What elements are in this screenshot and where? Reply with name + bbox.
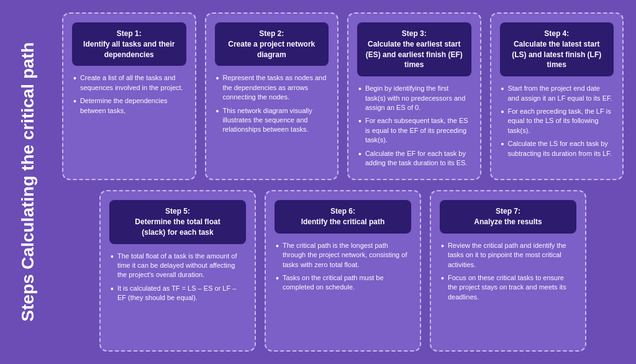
bullet-text: The critical path is the longest path th… [283,241,410,270]
card-step2: Step 2: Create a project network diagram… [205,12,339,180]
bullet-text: It is calculated as TF = LS – ES or LF –… [117,284,245,303]
card-header-step2: Step 2: Create a project network diagram [215,22,329,66]
bullet-text: Create a list of all the tasks and seque… [80,73,185,93]
card-header-step7: Step 7: Analyze the results [440,200,576,234]
bullet-dot: • [501,84,504,94]
bullet-item: •It is calculated as TF = LS – ES or LF … [111,284,245,303]
main-content: Step 1: Identify all tasks and their dep… [56,0,636,364]
bullet-text: Review the critical path and identify th… [448,241,575,270]
bullet-item: •Focus on these critical tasks to ensure… [441,273,575,302]
bullet-text: Calculate the LS for each task by subtra… [507,139,612,158]
bullet-item: •This network diagram visually illustrat… [216,106,328,135]
bullet-dot: • [111,252,114,262]
bullet-text: Determine the dependencies between tasks… [80,96,185,116]
bullet-text: For each preceding task, the LF is equal… [507,107,612,135]
bullet-dot: • [501,107,504,117]
sidebar-title: Steps Calculating the critical path [19,42,38,322]
card-step1: Step 1: Identify all tasks and their dep… [62,12,196,180]
card-header-step3: Step 3: Calculate the earliest start (ES… [357,22,471,76]
bullet-item: •The total float of a task is the amount… [111,252,245,280]
bullet-text: Represent the tasks as nodes and the dep… [222,73,327,102]
bullet-dot: • [276,273,279,284]
bullet-dot: • [216,73,219,84]
bullet-text: This network diagram visually illustrate… [222,106,327,135]
bullet-item: •Review the critical path and identify t… [441,241,575,270]
bullet-item: •The critical path is the longest path t… [276,241,410,270]
bullet-dot: • [441,273,444,284]
bullet-item: •Begin by identifying the first task(s) … [358,84,470,112]
bullet-item: •Calculate the LS for each task by subtr… [501,139,613,158]
card-step3: Step 3: Calculate the earliest start (ES… [347,12,481,180]
bullet-dot: • [358,84,361,94]
card-body-step1: •Create a list of all the tasks and sequ… [72,71,186,118]
bullet-text: Begin by identifying the first task(s) w… [365,84,470,112]
card-header-step6: Step 6: Identify the critical path [275,200,411,234]
sidebar: Steps Calculating the critical path [0,0,56,364]
bullet-item: •For each preceding task, the LF is equa… [501,107,613,135]
bullet-dot: • [441,241,444,252]
card-step7: Step 7: Analyze the results•Review the c… [430,190,586,352]
card-step5: Step 5: Determine the total float (slack… [99,190,256,352]
card-body-step7: •Review the critical path and identify t… [440,239,576,304]
bullet-dot: • [73,96,76,107]
bullet-item: •For each subsequent task, the ES is equ… [358,116,470,145]
card-header-step1: Step 1: Identify all tasks and their dep… [72,22,186,66]
bullet-dot: • [358,149,361,160]
card-body-step5: •The total float of a task is the amount… [109,249,246,306]
card-header-step5: Step 5: Determine the total float (slack… [109,200,246,243]
card-body-step4: •Start from the project end date and ass… [500,81,614,161]
bullet-item: •Represent the tasks as nodes and the de… [216,73,328,102]
bullet-text: Calculate the EF for each task by adding… [365,149,470,168]
bullet-item: •Tasks on the critical path must be comp… [276,273,410,293]
bullet-dot: • [73,73,76,84]
bullet-text: Start from the project end date and assi… [507,84,612,103]
bullet-text: Tasks on the critical path must be compl… [283,273,410,293]
card-body-step3: •Begin by identifying the first task(s) … [357,81,471,170]
bullet-item: •Start from the project end date and ass… [501,84,613,103]
card-header-step4: Step 4: Calculate the latest start (LS) … [500,22,614,76]
bullet-dot: • [358,116,361,127]
card-body-step6: •The critical path is the longest path t… [275,239,411,295]
bullet-text: For each subsequent task, the ES is equa… [365,116,470,145]
bullet-dot: • [276,241,279,252]
bullet-dot: • [216,106,219,117]
card-step6: Step 6: Identify the critical path•The c… [265,190,421,352]
bullet-item: •Create a list of all the tasks and sequ… [73,73,185,93]
bottom-row: Step 5: Determine the total float (slack… [62,190,624,352]
bullet-dot: • [111,284,114,294]
bullet-text: The total float of a task is the amount … [117,252,245,280]
bullet-dot: • [501,139,504,150]
bullet-item: •Calculate the EF for each task by addin… [358,149,470,168]
bullet-text: Focus on these critical tasks to ensure … [448,273,575,302]
card-body-step2: •Represent the tasks as nodes and the de… [215,71,329,137]
top-row: Step 1: Identify all tasks and their dep… [62,12,624,180]
bullet-item: •Determine the dependencies between task… [73,96,185,116]
card-step4: Step 4: Calculate the latest start (LS) … [490,12,624,180]
